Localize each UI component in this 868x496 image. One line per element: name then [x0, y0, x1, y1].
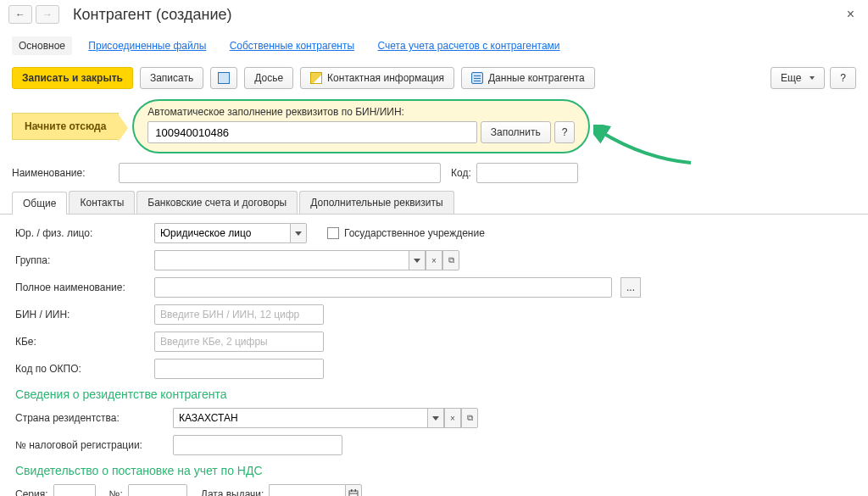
country-select[interactable]: × ⧉	[173, 408, 478, 428]
tax-registration-label: № налоговой регистрации:	[15, 439, 168, 451]
more-label: Еще	[781, 72, 801, 84]
autofill-label: Автоматическое заполнение реквизитов по …	[147, 106, 575, 118]
counterparty-data-label: Данные контрагента	[488, 72, 585, 84]
database-icon	[471, 72, 483, 84]
tax-registration-input[interactable]	[173, 435, 342, 455]
tab-contacts[interactable]: Контакты	[69, 191, 135, 214]
dossier-button[interactable]: Досье	[244, 67, 293, 89]
help-button[interactable]: ?	[830, 67, 856, 89]
toolbar: Записать и закрыть Записать Досье Контак…	[0, 64, 868, 99]
chevron-down-icon	[810, 76, 815, 80]
more-button[interactable]: Еще	[771, 67, 825, 89]
list-view-button[interactable]	[210, 67, 237, 89]
legal-type-label: Юр. / физ. лицо:	[15, 227, 149, 239]
code-label: Код:	[451, 167, 471, 179]
link-accounts[interactable]: Счета учета расчетов с контрагентами	[377, 40, 559, 52]
save-and-close-button[interactable]: Записать и закрыть	[12, 67, 133, 89]
name-input[interactable]	[119, 163, 441, 183]
code-input[interactable]	[476, 163, 578, 183]
close-button[interactable]: ×	[842, 7, 860, 22]
chevron-down-icon	[414, 259, 420, 263]
fullname-input[interactable]	[154, 277, 612, 298]
date-label: Дата выдачи:	[201, 488, 264, 496]
contact-info-label: Контактная информация	[327, 72, 444, 84]
date-calendar-button[interactable]	[345, 484, 362, 496]
country-dropdown-button[interactable]	[427, 408, 444, 428]
kbe-input[interactable]	[154, 332, 324, 352]
government-checkbox[interactable]	[327, 227, 339, 239]
autofill-panel: Автоматическое заполнение реквизитов по …	[132, 99, 590, 153]
nav-back-button[interactable]: ←	[8, 5, 32, 24]
tab-extra[interactable]: Дополнительные реквизиты	[299, 191, 453, 214]
save-button[interactable]: Записать	[140, 67, 203, 89]
pencil-icon	[310, 72, 322, 84]
fullname-dots-button[interactable]: ...	[620, 277, 641, 298]
name-label: Наименование:	[12, 167, 114, 179]
number-input[interactable]	[128, 484, 187, 496]
series-label: Серия:	[15, 488, 48, 496]
group-clear-button[interactable]: ×	[426, 250, 442, 270]
counterparty-data-button[interactable]: Данные контрагента	[461, 67, 595, 89]
bin-input[interactable]	[154, 304, 324, 325]
number-label: №:	[109, 488, 123, 496]
form-general: Юр. / физ. лицо: Государственное учрежде…	[0, 215, 868, 496]
date-picker[interactable]	[269, 484, 362, 496]
link-main[interactable]: Основное	[12, 36, 72, 55]
okpo-input[interactable]	[154, 359, 324, 379]
autofill-help-button[interactable]: ?	[554, 121, 576, 143]
legal-type-value[interactable]	[154, 223, 290, 243]
bin-iin-input[interactable]	[147, 121, 476, 143]
legal-type-select[interactable]	[154, 223, 307, 243]
tab-general[interactable]: Общие	[12, 192, 67, 215]
start-here-hint: Начните отсюда	[12, 113, 119, 140]
fill-button[interactable]: Заполнить	[481, 121, 551, 143]
government-label: Государственное учреждение	[344, 227, 485, 239]
contact-info-button[interactable]: Контактная информация	[300, 67, 454, 89]
group-input[interactable]	[154, 250, 409, 270]
kbe-label: КБе:	[15, 336, 149, 348]
group-select[interactable]: × ⧉	[154, 250, 459, 270]
residency-section-title: Сведения о резидентстве контрагента	[15, 387, 853, 401]
chevron-down-icon	[432, 416, 439, 421]
section-links: Основное Присоединенные файлы Собственны…	[0, 30, 868, 64]
country-open-button[interactable]: ⧉	[461, 408, 478, 428]
tab-bank[interactable]: Банковские счета и договоры	[136, 191, 298, 214]
legal-type-dropdown-button[interactable]	[290, 223, 307, 243]
list-icon	[218, 72, 230, 84]
svg-rect-3	[355, 489, 357, 492]
nds-section-title: Свидетельство о постановке на учет по НД…	[15, 464, 853, 477]
group-open-button[interactable]: ⧉	[442, 250, 459, 270]
country-label: Страна резидентства:	[15, 412, 168, 424]
okpo-label: Код по ОКПО:	[15, 363, 149, 375]
calendar-icon	[348, 489, 359, 496]
fullname-label: Полное наименование:	[15, 281, 149, 293]
bin-label: БИН / ИИН:	[15, 309, 149, 320]
chevron-down-icon	[295, 231, 302, 236]
nav-forward-button[interactable]: →	[36, 5, 59, 24]
country-clear-button[interactable]: ×	[444, 408, 461, 428]
tab-bar: Общие Контакты Банковские счета и догово…	[0, 186, 868, 215]
series-input[interactable]	[53, 484, 96, 496]
svg-rect-2	[351, 489, 353, 492]
page-title: Контрагент (создание)	[73, 6, 231, 24]
group-label: Группа:	[15, 254, 149, 266]
group-dropdown-button[interactable]	[409, 250, 426, 270]
country-input[interactable]	[173, 408, 427, 428]
date-input[interactable]	[269, 484, 345, 496]
link-own-contractors[interactable]: Собственные контрагенты	[230, 40, 354, 52]
link-attached-files[interactable]: Присоединенные файлы	[88, 40, 206, 52]
